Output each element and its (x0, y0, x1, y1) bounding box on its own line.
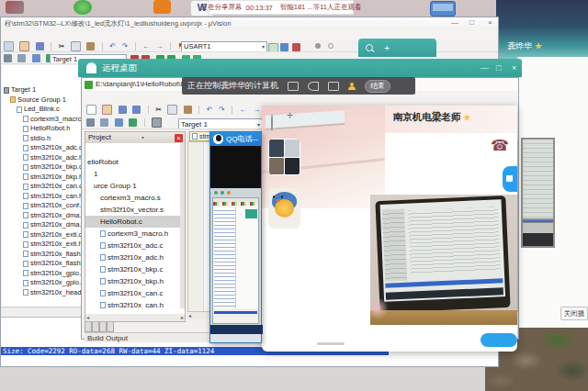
tree-item[interactable]: stm32f10x_heads.h (2, 288, 87, 298)
translate-icon[interactable] (86, 118, 95, 127)
tree-item[interactable]: elloRobot (85, 156, 181, 168)
fullscreen-icon[interactable] (288, 82, 299, 91)
tree-item[interactable]: cortexm3_macro.h (85, 228, 181, 240)
tree-item[interactable]: stm32f10x_exti.c (2, 230, 87, 240)
new-window-icon[interactable] (328, 82, 339, 91)
display-icon[interactable] (430, 1, 456, 17)
camera-video-thumbnail[interactable] (521, 138, 555, 248)
copy-icon[interactable] (71, 41, 81, 51)
new-file-icon[interactable] (86, 105, 96, 115)
undo-icon[interactable]: ↶ (109, 42, 116, 51)
tree-item[interactable]: stm32f10x_can.c (2, 182, 87, 192)
tree-item[interactable]: stm32f10x_bkp.c (2, 162, 87, 173)
rebuild-icon[interactable] (32, 54, 40, 62)
tree-item[interactable]: stm32f10x_flash.c (2, 250, 87, 260)
close-camera-button[interactable]: 关闭摄 (560, 307, 588, 320)
tree-item[interactable]: Target 1 (2, 85, 87, 95)
screen-share-preview[interactable] (210, 188, 261, 334)
panel-tab[interactable] (92, 322, 99, 332)
paste-icon[interactable] (86, 42, 95, 50)
tree-item[interactable]: stm32f10x_dma.h (2, 220, 87, 230)
tree-item[interactable]: stm32f10x_gpio.h (2, 278, 87, 288)
tree-item[interactable]: stm32f10x_bkp.h (2, 173, 87, 183)
tree-item[interactable]: cortexm3_macro.s (85, 192, 181, 204)
close-panel-icon[interactable]: × (175, 134, 183, 142)
navigate-forward-icon[interactable]: → (156, 42, 164, 51)
tree-item[interactable]: stm32f10x_dma.c (2, 211, 87, 221)
plus-icon[interactable]: + (384, 39, 390, 56)
cut-icon[interactable]: ✂ (59, 42, 65, 51)
redo-icon[interactable]: ↷ (219, 106, 225, 115)
tree-item[interactable]: stm32f10x_bkp.c (85, 263, 181, 275)
browser-icon[interactable] (74, 0, 92, 15)
open-icon[interactable] (102, 105, 112, 115)
tree-item[interactable]: HelloRobot.c (85, 216, 181, 228)
qq-call-titlebar[interactable]: QQ电话 — (210, 132, 261, 146)
navigate-back-icon[interactable]: ← (240, 106, 247, 115)
search-icon[interactable] (271, 114, 273, 131)
navigate-forward-icon[interactable]: → (253, 106, 260, 115)
tree-item[interactable]: urce Group 1 (85, 180, 181, 192)
translate-icon[interactable] (4, 54, 12, 62)
new-file-icon[interactable] (4, 41, 14, 51)
save-icon[interactable] (36, 42, 44, 50)
open-icon[interactable] (19, 41, 29, 51)
configure-icon[interactable] (280, 43, 288, 51)
tree-item[interactable]: cortexm3_macro.h (2, 115, 87, 125)
rebuild-icon[interactable] (115, 118, 123, 127)
window-titlebar[interactable]: 程\stm32\STM32--LX\修改\1_led流水灯\1_ledliush… (1, 17, 498, 29)
remote-desktop-titlebar[interactable]: 远程桌面 — □ × (78, 59, 522, 77)
tree-item[interactable]: stm32f10x_exti.h (2, 240, 87, 250)
search-tool-icon[interactable] (292, 43, 300, 51)
tree-item[interactable]: stm32f10x_adc.h (85, 251, 181, 263)
participant-icon[interactable] (348, 83, 356, 90)
scroll-left-icon[interactable]: ◂ (188, 312, 191, 319)
tree-item[interactable]: 1 (85, 168, 181, 180)
save-icon[interactable] (119, 106, 127, 114)
search-icon[interactable] (366, 44, 373, 51)
paste-icon[interactable] (184, 106, 192, 114)
duck-avatar[interactable] (268, 188, 300, 229)
checkbox-icon[interactable] (268, 43, 278, 52)
tree-item[interactable]: stm32f10x_vector.s (85, 204, 181, 216)
tree-item[interactable]: stdio.h (2, 134, 87, 144)
scroll-left-icon[interactable]: ◂ (86, 314, 89, 321)
pin-icon[interactable]: ▪ (141, 132, 143, 143)
horizontal-scrollbar[interactable]: ◂ ▸ (85, 314, 185, 321)
desktop-icon[interactable] (6, 1, 24, 14)
tree-item[interactable]: stm32f10x_can.h (85, 299, 181, 308)
phone-call-icon[interactable]: ☎ (488, 134, 512, 158)
tree-item[interactable]: Source Group 1 (2, 95, 87, 106)
navigate-back-icon[interactable]: ← (142, 42, 150, 51)
undo-icon[interactable]: ↶ (207, 106, 213, 115)
speaker-icon[interactable] (308, 82, 319, 91)
group-avatar[interactable] (268, 139, 300, 175)
download-icon[interactable] (129, 118, 137, 127)
build-icon[interactable] (17, 54, 26, 62)
tree-item[interactable]: stm32f10x_conf.h (2, 201, 87, 211)
tree-item[interactable]: stm32f10x_can.h (2, 192, 87, 202)
plus-icon[interactable]: + (287, 109, 293, 122)
close-button[interactable]: × (488, 18, 492, 28)
tree-item[interactable]: stm32f10x_can.c (85, 287, 181, 299)
vertical-scrollbar[interactable] (180, 143, 185, 308)
copy-icon[interactable] (167, 105, 177, 115)
cut-icon[interactable]: ✂ (155, 106, 162, 115)
tree-item[interactable]: stm32f10x_adc.c (2, 143, 87, 153)
send-button[interactable] (481, 333, 517, 347)
tree-item[interactable]: stm32f10x_adc.c (85, 240, 181, 251)
camera-video-feed[interactable] (370, 195, 517, 325)
scrollbar-hint[interactable] (317, 342, 345, 345)
screen-share-statusbar[interactable]: 正在分享屏幕 00:13:37 智能181 ...等11人正在观看 (209, 0, 354, 15)
scroll-right-icon[interactable]: ▸ (181, 314, 184, 321)
uart-combo[interactable]: USART1▾ (181, 41, 267, 52)
redo-icon[interactable]: ↷ (121, 42, 128, 51)
maximize-button[interactable]: □ (469, 18, 474, 28)
save-all-icon[interactable] (132, 106, 141, 114)
build-icon[interactable] (100, 118, 108, 127)
tree-item[interactable]: HelloRobot.h (2, 124, 87, 134)
app-icon[interactable] (153, 0, 171, 14)
end-control-button[interactable]: 结束 (365, 80, 390, 93)
panel-tab[interactable] (99, 322, 107, 332)
target-combo[interactable]: Target 1▾ (178, 118, 263, 129)
